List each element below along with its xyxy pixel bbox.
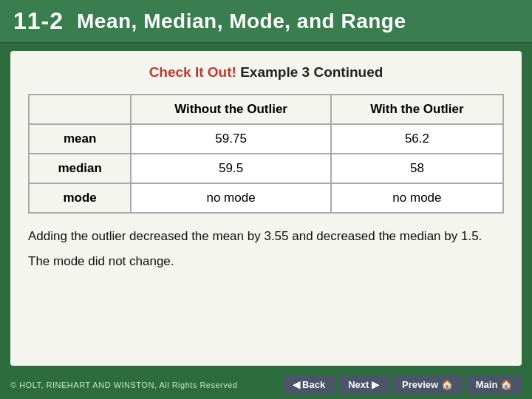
data-table-container: Without the Outlier With the Outlier mea…: [28, 94, 504, 214]
footer: © HOLT, RINEHART AND WINSTON, All Rights…: [0, 372, 532, 399]
copyright-text: © HOLT, RINEHART AND WINSTON, All Rights…: [10, 381, 237, 389]
mean-with: 56.2: [331, 124, 503, 154]
section-label-highlight: Check It Out!: [149, 64, 236, 80]
section-title: Check It Out! Example 3 Continued: [28, 64, 504, 81]
preview-button[interactable]: Preview 🏠: [392, 375, 463, 394]
row-label-median: median: [29, 154, 131, 183]
body-text-2: The mode did not change.: [28, 252, 504, 271]
table-header-without: Without the Outlier: [131, 95, 331, 124]
next-button[interactable]: Next ▶: [338, 375, 389, 394]
median-without: 59.5: [131, 154, 331, 183]
mode-without: no mode: [131, 183, 331, 213]
row-label-mean: mean: [29, 124, 131, 154]
table-row: mode no mode no mode: [29, 183, 503, 213]
header: 11-2 Mean, Median, Mode, and Range: [0, 0, 532, 44]
lesson-title: Mean, Median, Mode, and Range: [77, 10, 406, 33]
table-header-with: With the Outlier: [331, 95, 503, 124]
statistics-table: Without the Outlier With the Outlier mea…: [28, 94, 504, 214]
lesson-number: 11-2: [13, 7, 64, 35]
mode-with: no mode: [331, 183, 503, 213]
table-row: median 59.5 58: [29, 154, 503, 183]
mean-without: 59.75: [131, 124, 331, 154]
main-content: Check It Out! Example 3 Continued Withou…: [10, 51, 522, 366]
main-button[interactable]: Main 🏠: [466, 375, 522, 394]
body-text-1: Adding the outlier decreased the mean by…: [28, 227, 504, 246]
page-wrapper: 11-2 Mean, Median, Mode, and Range Check…: [0, 0, 532, 399]
median-with: 58: [331, 154, 503, 183]
footer-buttons: ◀ Back Next ▶ Preview 🏠 Main 🏠: [283, 375, 522, 394]
table-row: mean 59.75 56.2: [29, 124, 503, 154]
row-label-mode: mode: [29, 183, 131, 213]
back-button[interactable]: ◀ Back: [283, 375, 335, 394]
section-title-normal: Example 3 Continued: [236, 64, 383, 80]
table-header-empty: [29, 95, 131, 124]
